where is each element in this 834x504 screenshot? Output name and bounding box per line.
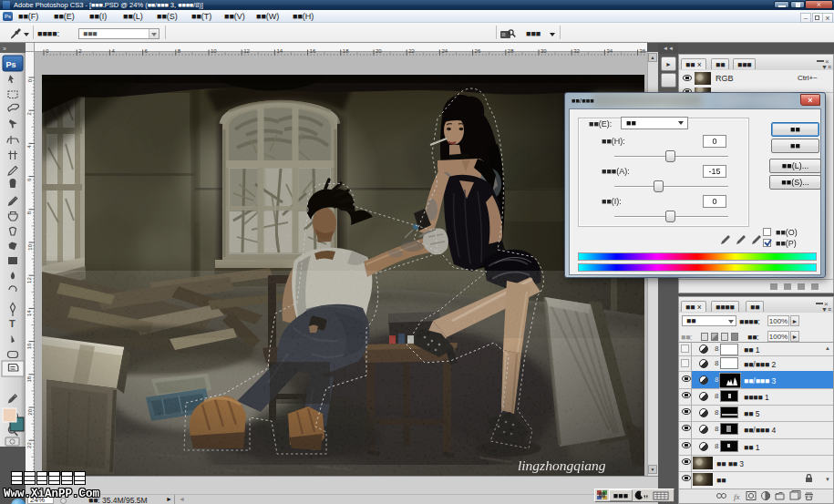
svg-text:22: 22 — [408, 48, 415, 54]
svg-text:20: 20 — [376, 48, 382, 54]
svg-text:12: 12 — [243, 48, 250, 54]
svg-text:10: 10 — [211, 48, 217, 54]
svg-text:28: 28 — [508, 48, 514, 54]
svg-text:0: 0 — [27, 78, 33, 82]
svg-text:24: 24 — [441, 48, 448, 54]
svg-text:22: 22 — [27, 442, 33, 448]
svg-text:16: 16 — [27, 343, 33, 349]
svg-text:8: 8 — [178, 48, 181, 54]
svg-text:12: 12 — [27, 277, 33, 283]
svg-text:0: 0 — [46, 48, 49, 54]
svg-text:2: 2 — [27, 112, 33, 116]
svg-text:30: 30 — [541, 48, 547, 54]
svg-text:4: 4 — [111, 48, 115, 54]
svg-text:6: 6 — [145, 48, 149, 54]
svg-text:Ps: Ps — [6, 60, 16, 69]
svg-text:26: 26 — [475, 48, 481, 54]
svg-text:T: T — [9, 318, 15, 329]
svg-text:14: 14 — [276, 48, 283, 54]
svg-text:4: 4 — [27, 145, 33, 149]
svg-text:2: 2 — [78, 48, 82, 54]
svg-text:fx: fx — [734, 492, 740, 501]
svg-text:18: 18 — [343, 48, 349, 54]
svg-text:32: 32 — [573, 48, 580, 54]
svg-text:20: 20 — [27, 408, 33, 415]
svg-text:10: 10 — [27, 243, 33, 250]
svg-text:»: » — [3, 46, 6, 52]
svg-text:8: 8 — [27, 211, 33, 214]
svg-text:36: 36 — [640, 48, 646, 54]
svg-text:lingzhongqiang: lingzhongqiang — [518, 458, 606, 473]
svg-text:34: 34 — [606, 48, 613, 54]
svg-text:16: 16 — [310, 48, 316, 54]
svg-text:6: 6 — [27, 178, 33, 181]
svg-text:14: 14 — [27, 310, 33, 316]
svg-text:18: 18 — [27, 375, 33, 382]
